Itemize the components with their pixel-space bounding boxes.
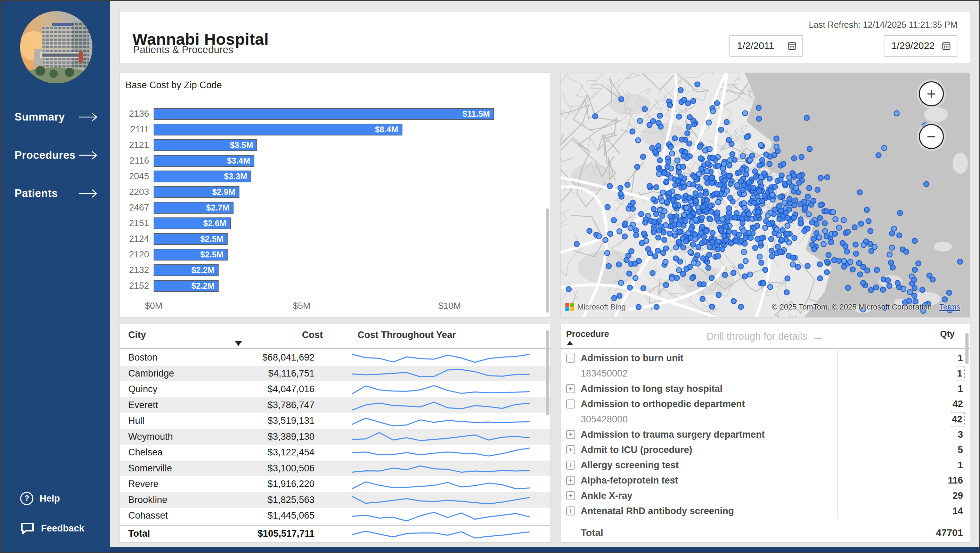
- map-dot: [894, 111, 899, 116]
- map-provider-label: Microsoft Bing: [577, 302, 625, 311]
- procedure-code-row[interactable]: 1834500021: [560, 366, 970, 381]
- feedback-button[interactable]: Feedback: [1, 513, 110, 543]
- calendar-icon[interactable]: [942, 41, 951, 51]
- procedure-table-scrollbar[interactable]: [966, 333, 969, 364]
- date-end-input[interactable]: 1/29/2022: [884, 35, 958, 57]
- sidebar-item-patients[interactable]: Patients: [1, 174, 110, 213]
- map-dot: [684, 205, 689, 210]
- bar-2120[interactable]: $2.5M: [154, 249, 228, 261]
- bar-2124[interactable]: $2.5M: [154, 233, 228, 245]
- procedure-row[interactable]: +Alpha-fetoprotein test116: [560, 473, 970, 488]
- procedure-row[interactable]: +Ankle X-ray29: [560, 488, 970, 503]
- sidebar-item-summary[interactable]: Summary: [1, 98, 110, 136]
- city-row-chelsea[interactable]: Chelsea$3,122,454: [120, 445, 550, 461]
- city-row-hull[interactable]: Hull$3,519,131: [120, 413, 550, 429]
- bar-2132[interactable]: $2.2M: [154, 264, 219, 276]
- map-dot: [616, 262, 621, 267]
- procedure-row[interactable]: −Admission to orthopedic department42: [560, 396, 970, 412]
- expand-icon[interactable]: +: [566, 476, 575, 485]
- bar-value-label: $2.5M: [200, 250, 227, 259]
- map-dot: [821, 242, 826, 246]
- bar-row-2120: 2120$2.5M: [120, 246, 550, 262]
- bar-value-label: $2.2M: [191, 265, 218, 275]
- city-table-card: City Cost Cost Throughout Year Boston$68…: [119, 324, 551, 543]
- bar-2136[interactable]: $11.5M: [154, 108, 494, 120]
- bar-2121[interactable]: $3.5M: [154, 139, 257, 151]
- bar-category-label: 2152: [120, 280, 149, 291]
- map-dot: [704, 229, 709, 234]
- procedure-row[interactable]: +Admit to ICU (procedure)5: [560, 442, 970, 458]
- bar-2045[interactable]: $3.3M: [154, 170, 251, 182]
- column-header-trend[interactable]: Cost Throughout Year: [358, 330, 456, 340]
- map-dot: [818, 175, 823, 181]
- map-zoom-out-button[interactable]: −: [919, 124, 944, 149]
- expand-icon[interactable]: +: [566, 507, 575, 515]
- map-zoom-in-button[interactable]: +: [919, 81, 944, 106]
- expand-icon[interactable]: +: [566, 461, 575, 470]
- map-dot: [809, 220, 815, 225]
- procedure-code-row[interactable]: 30542800042: [560, 412, 970, 427]
- map-dot: [757, 163, 762, 168]
- map-dot: [705, 161, 710, 166]
- map-dot: [673, 203, 678, 208]
- procedure-table-header: Procedure Drill through for details → Qt…: [560, 324, 970, 349]
- city-cell: Somerville: [120, 463, 228, 474]
- bar-2111[interactable]: $8.4M: [154, 124, 402, 135]
- bar-2467[interactable]: $2.7M: [154, 202, 234, 214]
- procedure-table-body: −Admission to burn unit11834500021+Admis…: [560, 351, 970, 519]
- bar-2203[interactable]: $2.9M: [154, 186, 239, 198]
- procedure-row[interactable]: −Admission to burn unit1: [560, 351, 970, 366]
- map-dot: [605, 251, 610, 256]
- collapse-icon[interactable]: −: [566, 399, 575, 408]
- column-header-city[interactable]: City: [128, 330, 146, 340]
- city-table-scrollbar[interactable]: [546, 331, 549, 415]
- map-dot: [774, 227, 780, 232]
- city-row-cohasset[interactable]: Cohasset$1,445,065: [120, 508, 550, 524]
- map-dot: [874, 267, 880, 273]
- date-start-input[interactable]: 1/2/2011: [729, 35, 803, 57]
- bar-chart-scrollbar[interactable]: [546, 208, 549, 313]
- map-canvas[interactable]: [560, 73, 970, 318]
- expand-icon[interactable]: +: [566, 430, 575, 439]
- column-header-qty[interactable]: Qty: [940, 329, 955, 339]
- bar-2116[interactable]: $3.4M: [154, 155, 255, 167]
- map-dot: [765, 213, 770, 218]
- map-dot: [710, 109, 716, 114]
- city-row-weymouth[interactable]: Weymouth$3,389,130: [120, 429, 550, 445]
- calendar-icon[interactable]: [787, 41, 797, 51]
- city-row-somerville[interactable]: Somerville$3,100,506: [120, 461, 550, 477]
- sparkline: [352, 418, 530, 426]
- city-row-everett[interactable]: Everett$3,786,747: [120, 397, 550, 413]
- expand-icon[interactable]: +: [566, 491, 575, 500]
- city-row-revere[interactable]: Revere$1,916,220: [120, 476, 550, 492]
- map-dot: [758, 142, 764, 148]
- procedure-row[interactable]: +Admission to trauma surgery department3: [560, 427, 970, 442]
- map-dot: [706, 265, 711, 270]
- sidebar-item-procedures[interactable]: Procedures: [1, 136, 110, 174]
- expand-icon[interactable]: +: [566, 445, 575, 454]
- help-button[interactable]: ? Help: [1, 483, 110, 513]
- collapse-icon[interactable]: −: [566, 354, 575, 363]
- map-dot: [656, 235, 661, 240]
- column-header-cost[interactable]: Cost: [236, 330, 323, 340]
- city-row-brookline[interactable]: Brookline$1,825,563: [120, 492, 550, 508]
- city-row-cambridge[interactable]: Cambridge$4,116,751: [120, 366, 550, 382]
- map-dot: [822, 229, 828, 234]
- procedure-row[interactable]: +Allergy screening test1: [560, 458, 970, 473]
- bar-2151[interactable]: $2.6M: [154, 218, 231, 229]
- map-terms-link[interactable]: Terms: [939, 302, 960, 311]
- qty-cell: 5: [958, 445, 963, 455]
- procedure-row[interactable]: +Antenatal RhD antibody screening14: [560, 503, 970, 519]
- bar-2152[interactable]: $2.2M: [154, 280, 219, 292]
- sparkline: [352, 482, 530, 489]
- map-dot: [858, 221, 864, 226]
- city-row-quincy[interactable]: Quincy$4,047,016: [120, 381, 550, 397]
- procedure-row[interactable]: +Admission to long stay hospital1: [560, 381, 970, 396]
- map-dot: [667, 102, 673, 108]
- sort-desc-icon[interactable]: [235, 341, 242, 346]
- map-dot: [887, 252, 892, 257]
- expand-icon[interactable]: +: [566, 384, 575, 393]
- map-dot: [848, 259, 853, 265]
- city-row-boston[interactable]: Boston$68,041,692: [120, 350, 550, 366]
- map-dot: [769, 254, 775, 259]
